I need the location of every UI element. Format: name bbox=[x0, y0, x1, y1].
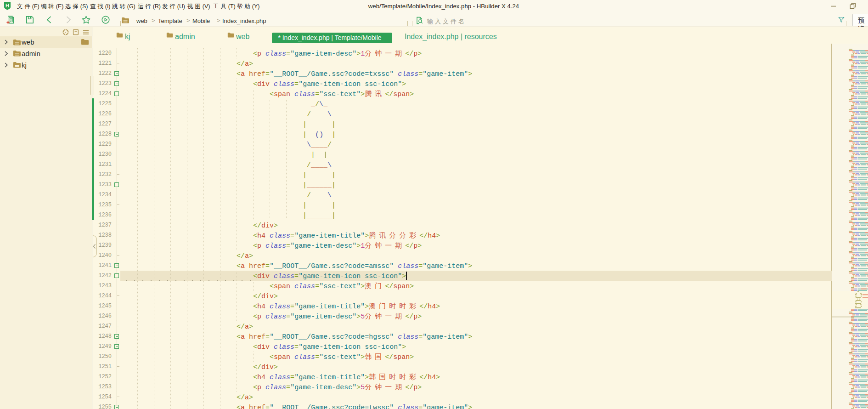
svg-text:H: H bbox=[6, 3, 9, 8]
